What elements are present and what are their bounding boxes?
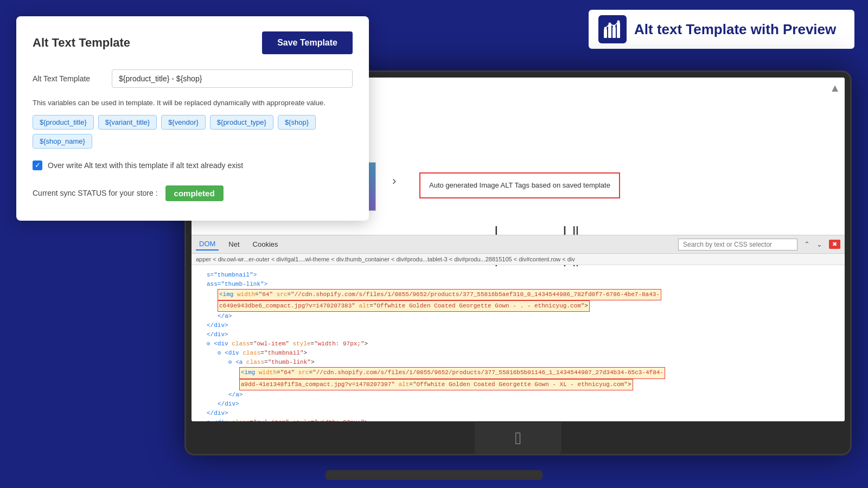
header-bar: Alt text Template with Preview — [589, 10, 854, 49]
monitor-stand-top:  — [475, 422, 561, 454]
status-label: Current sync STATUS for your store : — [33, 189, 158, 197]
code-line: ⊙ <div class="owl-item" style="width: 97… — [196, 418, 840, 421]
var-badge-shop-name[interactable]: ${shop_name} — [33, 134, 92, 149]
var-badge-product-type[interactable]: ${product_type} — [210, 115, 273, 130]
svg-rect-3 — [617, 23, 620, 38]
code-line-highlighted-1b: c649e943dbe6_compact.jpg?v=1470207383" a… — [196, 300, 840, 312]
header-icon — [598, 15, 627, 43]
apple-logo:  — [515, 428, 521, 448]
template-input[interactable] — [112, 69, 353, 88]
devtools-close[interactable]: ✖ — [829, 240, 840, 249]
chart-icon — [603, 20, 622, 39]
devtools-nav-up[interactable]: ⌃ — [804, 240, 810, 248]
breadcrumb-bar: apper < div.owl-wr...er-outer < div#gal1… — [192, 254, 845, 265]
monitor-base — [326, 470, 542, 480]
code-line: ⊙ <a class="thumb-link"> — [196, 358, 840, 367]
code-line-highlighted-2: <img width="64" src="//cdn.shopify.com/s… — [196, 367, 840, 378]
code-line: ⊙ <div class="owl-item" style="width: 97… — [196, 339, 840, 349]
svg-rect-2 — [612, 27, 616, 38]
code-line: </a> — [196, 312, 840, 321]
scroll-indicator[interactable]: ▲ — [829, 82, 840, 94]
overwrite-label: Over write Alt text with this template i… — [48, 161, 243, 170]
callout-text: Auto generated Image ALT Tags based on s… — [429, 181, 610, 189]
template-input-row: Alt Text Template — [33, 69, 353, 88]
code-line: </div> — [196, 330, 840, 339]
checkbox-checked[interactable] — [33, 160, 42, 170]
var-badge-shop[interactable]: ${shop} — [278, 115, 316, 130]
devtools-tab-net[interactable]: Net — [225, 239, 242, 250]
devtools-search[interactable] — [678, 239, 797, 251]
breadcrumb-path: apper < div.owl-wr...er-outer < div#gal1… — [196, 256, 575, 262]
nav-arrow[interactable]: › — [392, 174, 396, 188]
code-line: </a> — [196, 390, 840, 400]
status-row: Current sync STATUS for your store : com… — [33, 185, 353, 201]
var-badge-variant-title[interactable]: ${variant_title} — [98, 115, 157, 130]
svg-rect-1 — [608, 25, 611, 38]
devtools-tab-dom[interactable]: DOM — [196, 238, 219, 251]
overwrite-checkbox-row: Over write Alt text with this template i… — [33, 160, 353, 170]
svg-rect-0 — [604, 29, 607, 38]
code-area: s="thumbnail"> ass="thumb-link"> <img wi… — [192, 266, 845, 421]
var-badge-product-title[interactable]: ${product_title} — [33, 115, 94, 130]
code-line: ass="thumb-link"> — [196, 280, 840, 289]
save-template-button[interactable]: Save Template — [262, 31, 353, 54]
code-line: </div> — [196, 321, 840, 330]
code-line: </div> — [196, 400, 840, 409]
variables-container: ${product_title} ${variant_title} ${vend… — [33, 115, 353, 149]
devtools-bar: DOM Net Cookies ⌃ ⌄ ✖ — [192, 235, 845, 254]
template-label: Alt Text Template — [33, 74, 103, 83]
devtools-nav-down[interactable]: ⌄ — [816, 240, 822, 248]
code-line: ⊙ <div class="thumbnail"> — [196, 349, 840, 358]
code-line-highlighted-1: <img width="64" src="//cdn.shopify.com/s… — [196, 289, 840, 300]
header-title: Alt text Template with Preview — [634, 21, 836, 38]
code-line: </div> — [196, 409, 840, 418]
panel-header: Alt Text Template Save Template — [33, 31, 353, 54]
var-badge-vendor[interactable]: ${vendor} — [161, 115, 206, 130]
code-line-highlighted-2b: a9dd-41e1348f1f3a_compact.jpg?v=14702073… — [196, 379, 840, 390]
code-line: s="thumbnail"> — [196, 271, 840, 280]
status-badge: completed — [165, 185, 224, 201]
callout-box: Auto generated Image ALT Tags based on s… — [419, 172, 620, 198]
devtools-tab-cookies[interactable]: Cookies — [250, 239, 282, 250]
form-panel: Alt Text Template Save Template Alt Text… — [16, 16, 369, 221]
panel-title: Alt Text Template — [33, 36, 130, 50]
variables-description: This variables can be used in template. … — [33, 98, 353, 108]
